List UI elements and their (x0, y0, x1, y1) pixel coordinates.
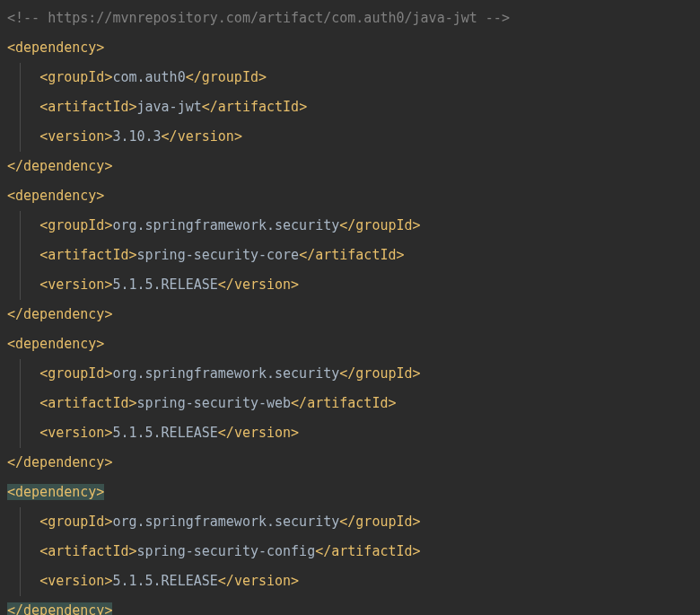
artifactid-value: spring-security-web (137, 395, 292, 411)
dependency-close-tag: </dependency> (0, 596, 700, 615)
artifactid-line: <artifactId>spring-security-config</arti… (0, 537, 700, 567)
groupid-line: <groupId>org.springframework.security</g… (0, 507, 700, 537)
groupid-line: <groupId>org.springframework.security</g… (0, 211, 700, 241)
artifactid-value: java-jwt (137, 99, 202, 115)
dependency-open-tag: <dependency> (0, 181, 700, 211)
artifactid-value: spring-security-core (137, 247, 300, 263)
version-value: 3.10.3 (112, 128, 161, 145)
groupid-line: <groupId>com.auth0</groupId> (0, 63, 700, 92)
dependency-close-tag: </dependency> (0, 152, 700, 181)
version-line: <version>5.1.5.RELEASE</version> (0, 418, 700, 448)
code-editor[interactable]: <!-- https://mvnrepository.com/artifact/… (0, 4, 700, 615)
version-line: <version>5.1.5.RELEASE</version> (0, 567, 700, 596)
dependency-close-tag: </dependency> (0, 448, 700, 478)
artifactid-line: <artifactId>java-jwt</artifactId> (0, 92, 700, 122)
artifactid-line: <artifactId>spring-security-core</artifa… (0, 241, 700, 270)
version-value: 5.1.5.RELEASE (112, 573, 217, 589)
artifactid-value: spring-security-config (137, 543, 316, 559)
dependency-open-tag: <dependency> (0, 33, 700, 63)
groupid-value: com.auth0 (112, 69, 185, 85)
dependency-open-tag: <dependency> (0, 329, 700, 359)
version-value: 5.1.5.RELEASE (112, 425, 217, 441)
version-value: 5.1.5.RELEASE (112, 277, 217, 293)
dependency-open-tag: <dependency> (0, 478, 700, 507)
version-line: <version>3.10.3</version> (0, 122, 700, 152)
groupid-value: org.springframework.security (112, 217, 339, 233)
groupid-line: <groupId>org.springframework.security</g… (0, 359, 700, 389)
groupid-value: org.springframework.security (112, 365, 339, 382)
xml-comment: <!-- https://mvnrepository.com/artifact/… (0, 4, 700, 33)
version-line: <version>5.1.5.RELEASE</version> (0, 270, 700, 300)
dependency-close-tag: </dependency> (0, 300, 700, 329)
artifactid-line: <artifactId>spring-security-web</artifac… (0, 389, 700, 418)
groupid-value: org.springframework.security (112, 514, 339, 530)
